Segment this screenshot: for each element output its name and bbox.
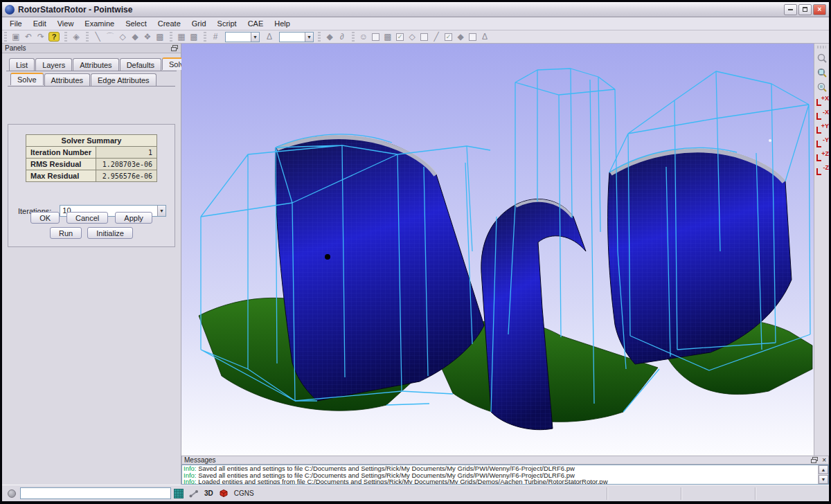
zoom-one-to-one-icon[interactable] [814, 80, 830, 94]
view-minus-x-button[interactable]: -X [814, 108, 830, 122]
view-plusminus-y-button[interactable]: +Y [814, 122, 830, 136]
view-plusminus-x-button[interactable]: +X [814, 94, 830, 108]
row-label: RMS Residual [26, 159, 96, 170]
mask-blocks-icon[interactable]: ▩ [382, 31, 394, 42]
menu-edit[interactable]: Edit [28, 18, 52, 29]
mask-points-icon[interactable]: ◆ [454, 31, 467, 42]
spacing-icon[interactable]: Δ [263, 31, 276, 42]
zoom-to-fit-icon[interactable] [814, 65, 830, 80]
dimension-count-icon[interactable]: # [209, 31, 222, 42]
run-button[interactable]: Run [50, 227, 82, 239]
redo-icon[interactable]: ↷ [35, 31, 47, 42]
mask-labels-icon[interactable]: Δ [479, 31, 491, 42]
mask-shaded-icon[interactable]: ☺ [357, 31, 370, 42]
derivative-icon[interactable]: ∂ [336, 31, 348, 42]
menu-help[interactable]: Help [269, 18, 296, 29]
menu-view[interactable]: View [52, 18, 80, 29]
mask-shaded-checkbox[interactable] [372, 33, 379, 41]
domain-icon[interactable]: ◇ [116, 31, 129, 42]
toolbar-grip[interactable] [352, 32, 355, 42]
block-icon[interactable]: ▩ [154, 31, 166, 42]
tab-list[interactable]: List [9, 58, 35, 71]
zoom-icon[interactable] [814, 51, 830, 65]
tab-layers[interactable]: Layers [35, 58, 72, 71]
selected-point[interactable] [325, 254, 330, 260]
dimension-combo[interactable]: ▼ [225, 32, 260, 42]
scroll-up-icon[interactable]: ▲ [819, 465, 828, 474]
menu-script[interactable]: Script [212, 18, 242, 29]
float-panel-icon[interactable] [811, 457, 818, 463]
highlight-point [769, 139, 771, 142]
mask-domains-icon[interactable]: ◇ [406, 31, 418, 42]
close-panel-icon[interactable]: × [822, 457, 826, 463]
menu-examine[interactable]: Examine [79, 18, 120, 29]
restore-button[interactable] [798, 4, 812, 15]
view-toolbar: +X-X+Y-Y+Z-Z [814, 44, 829, 456]
tab-defaults[interactable]: Defaults [120, 58, 161, 71]
messages-title-bar[interactable]: Messages × [181, 456, 829, 465]
toolbar-grip[interactable] [170, 32, 172, 42]
tab-attributes[interactable]: Attributes [73, 58, 118, 71]
connector-icon[interactable]: ╲ [91, 31, 104, 42]
assemble-icon[interactable]: ❖ [141, 31, 154, 42]
close-button[interactable]: × [813, 4, 826, 15]
messages-panel: Messages × Info: Saved all entities and … [181, 456, 829, 485]
view-minus-y-button[interactable]: -Y [814, 136, 830, 150]
log-line: Info: Loaded entities and settings from … [182, 478, 828, 485]
menu-cae[interactable]: CAE [242, 18, 269, 29]
spacing-combo[interactable]: ▼ [279, 32, 314, 42]
mask-connectors-checkbox[interactable]: ✓ [445, 33, 452, 41]
grid-points-icon [174, 489, 184, 498]
panels-title-bar[interactable]: Panels [2, 44, 181, 53]
mask-connectors-icon[interactable]: ╱ [430, 31, 443, 42]
connector-status-icon [189, 489, 199, 498]
ok-button[interactable]: OK [30, 212, 60, 224]
mask-domains-checkbox[interactable] [420, 33, 428, 41]
chevron-down-icon[interactable]: ▼ [251, 33, 259, 42]
scroll-down-icon[interactable]: ▼ [819, 475, 828, 484]
initialize-button[interactable]: Initialize [87, 227, 133, 239]
mask-points-checkbox[interactable] [469, 33, 476, 41]
solver-summary-title: Solver Summary [26, 135, 157, 147]
layer-stack-icon[interactable]: ◈ [70, 31, 82, 42]
messages-log[interactable]: Info: Saved all entities and settings to… [181, 465, 829, 485]
menu-create[interactable]: Create [152, 18, 186, 29]
toolbar-grip[interactable] [204, 32, 206, 42]
tab-attributes[interactable]: Attributes [44, 73, 90, 86]
minimize-button[interactable] [784, 4, 797, 15]
mask-blocks-checkbox[interactable]: ✓ [396, 33, 404, 41]
unstructured-grid-icon[interactable]: ▩ [188, 31, 200, 42]
toolbar-grip[interactable] [64, 32, 67, 42]
float-panel-icon[interactable] [171, 45, 178, 51]
cae-solver-icon [219, 489, 229, 498]
toolbar-grip[interactable] [817, 46, 826, 48]
cancel-button[interactable]: Cancel [66, 212, 108, 224]
view-minus-z-button[interactable]: -Z [814, 163, 830, 177]
apply-button[interactable]: Apply [115, 212, 152, 224]
menu-select[interactable]: Select [120, 18, 152, 29]
menu-file[interactable]: File [4, 18, 28, 29]
toolbar-grip[interactable] [318, 32, 321, 42]
app-icon [5, 5, 15, 15]
menu-grid[interactable]: Grid [186, 18, 212, 29]
tab-solve[interactable]: Solve [10, 73, 44, 85]
status-input[interactable] [20, 487, 171, 499]
distribute-icon[interactable]: ◆ [323, 31, 336, 42]
title-bar[interactable]: RotorStatorRotor - Pointwise × [2, 2, 829, 17]
undo-icon[interactable]: ↶ [22, 31, 35, 42]
display-viewport[interactable] [181, 44, 814, 456]
toolbar-grip[interactable] [86, 32, 89, 42]
curve-icon[interactable]: ⌒ [104, 31, 116, 42]
shaded-domain-icon[interactable]: ◆ [129, 31, 141, 42]
chevron-down-icon[interactable]: ▼ [305, 33, 313, 42]
toolbar-grip[interactable] [4, 32, 7, 42]
window-title: RotorStatorRotor - Pointwise [18, 5, 783, 15]
messages-scrollbar[interactable]: ▲ ▼ [818, 465, 828, 484]
view-plusminus-z-button[interactable]: +Z [814, 150, 830, 163]
save-icon[interactable]: ▣ [10, 31, 22, 42]
structured-grid-icon[interactable]: ▦ [175, 31, 188, 42]
tab-edge-attributes[interactable]: Edge Attributes [91, 73, 157, 86]
help-icon[interactable]: ? [48, 32, 60, 42]
row-label: Max Residual [26, 170, 96, 182]
log-level: Info: [184, 478, 197, 485]
